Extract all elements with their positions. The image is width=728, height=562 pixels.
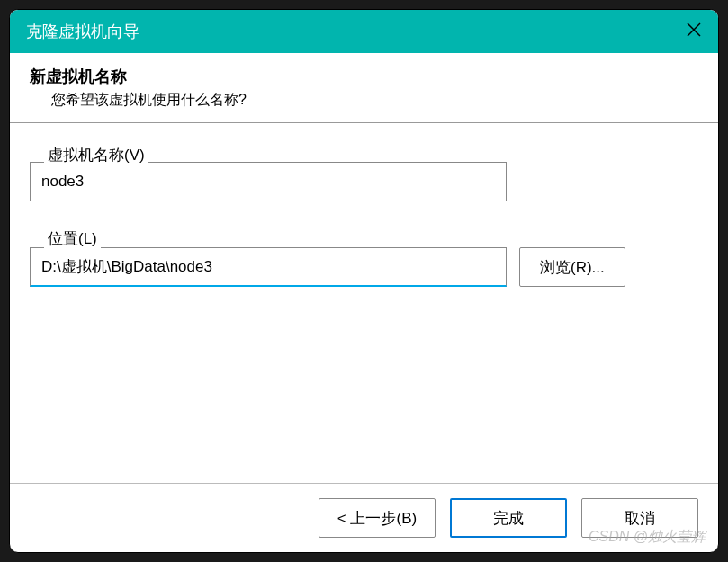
vm-name-group: 虚拟机名称(V) xyxy=(30,145,698,201)
page-title: 新虚拟机名称 xyxy=(30,66,698,87)
vm-location-label: 位置(L) xyxy=(44,228,101,249)
browse-button[interactable]: 浏览(R)... xyxy=(519,247,625,287)
finish-button[interactable]: 完成 xyxy=(450,498,567,538)
window-title: 克隆虚拟机向导 xyxy=(26,21,139,42)
wizard-header: 新虚拟机名称 您希望该虚拟机使用什么名称? xyxy=(10,53,718,123)
location-row: 浏览(R)... xyxy=(30,247,698,287)
vm-location-input[interactable] xyxy=(30,247,507,287)
vm-name-label: 虚拟机名称(V) xyxy=(44,145,148,165)
clone-vm-wizard-dialog: 克隆虚拟机向导 新虚拟机名称 您希望该虚拟机使用什么名称? 虚拟机名称(V) 位… xyxy=(9,9,719,553)
page-subtitle: 您希望该虚拟机使用什么名称? xyxy=(30,91,698,110)
titlebar: 克隆虚拟机向导 xyxy=(10,10,718,53)
back-button[interactable]: < 上一步(B) xyxy=(319,498,436,538)
wizard-content: 虚拟机名称(V) 位置(L) 浏览(R)... xyxy=(10,123,718,483)
close-icon[interactable] xyxy=(686,22,702,41)
vm-name-input[interactable] xyxy=(30,162,507,201)
cancel-button[interactable]: 取消 xyxy=(581,498,698,538)
vm-location-group: 位置(L) 浏览(R)... xyxy=(30,228,698,287)
wizard-footer: < 上一步(B) 完成 取消 xyxy=(10,483,718,552)
